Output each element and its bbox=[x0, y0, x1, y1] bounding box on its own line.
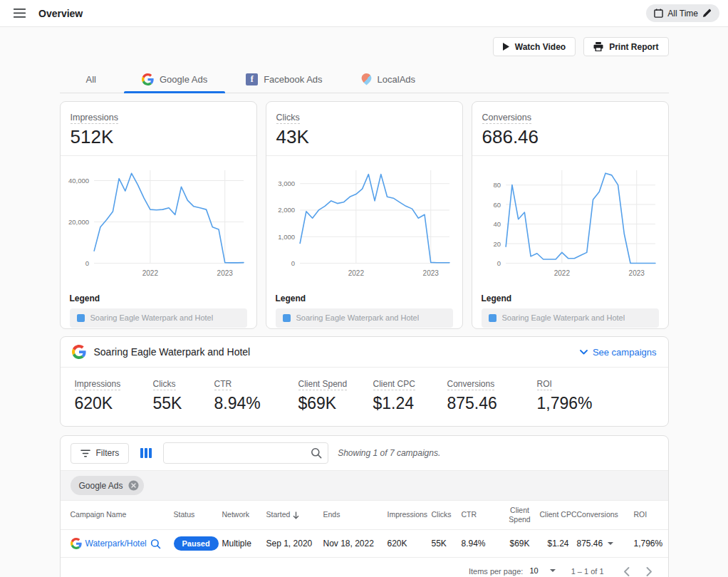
google-icon bbox=[142, 73, 154, 85]
previous-page-button[interactable] bbox=[618, 563, 635, 577]
items-per-page-label: Items per page: bbox=[469, 567, 523, 576]
tab-localads-label: LocalAds bbox=[378, 74, 415, 85]
column-started[interactable]: Started bbox=[266, 510, 323, 519]
tab-google-ads[interactable]: Google Ads bbox=[123, 66, 227, 93]
svg-text:20,000: 20,000 bbox=[68, 218, 89, 226]
status-badge: Paused bbox=[174, 536, 219, 551]
filter-chips-row: Google Ads bbox=[61, 470, 668, 501]
remove-filter-icon[interactable] bbox=[128, 480, 139, 491]
svg-text:40: 40 bbox=[493, 220, 501, 228]
stat-label: Clicks bbox=[153, 379, 176, 390]
stat-label: CTR bbox=[214, 379, 232, 390]
clicks-cell: 55K bbox=[432, 539, 462, 549]
column-started-label: Started bbox=[266, 510, 291, 519]
svg-text:2022: 2022 bbox=[348, 269, 364, 277]
date-range-label: All Time bbox=[667, 9, 698, 19]
filter-chip-google-ads[interactable]: Google Ads bbox=[71, 476, 144, 495]
column-status[interactable]: Status bbox=[174, 510, 222, 519]
svg-text:20: 20 bbox=[493, 240, 501, 248]
zoom-campaign-icon[interactable] bbox=[150, 539, 161, 549]
menu-icon[interactable] bbox=[10, 4, 28, 23]
expand-conversions-icon[interactable] bbox=[608, 542, 613, 545]
date-range-button[interactable]: All Time bbox=[646, 4, 719, 22]
impressions-metric-value: 512K bbox=[71, 126, 246, 148]
stat-value: 55K bbox=[153, 394, 214, 413]
legend-series-label: Soaring Eagle Waterpark and Hotel bbox=[90, 313, 214, 322]
filter-icon bbox=[80, 449, 90, 457]
tab-localads[interactable]: LocalAds bbox=[342, 66, 435, 93]
search-icon[interactable] bbox=[311, 447, 328, 459]
column-campaign-name[interactable]: Campaign Name bbox=[71, 510, 174, 519]
page-range: 1 – 1 of 1 bbox=[571, 567, 604, 576]
page-title: Overview bbox=[38, 8, 83, 19]
svg-text:2022: 2022 bbox=[553, 269, 570, 277]
watch-video-button[interactable]: Watch Video bbox=[493, 37, 576, 56]
columns-icon[interactable] bbox=[138, 446, 154, 460]
svg-text:0: 0 bbox=[291, 259, 294, 267]
see-campaigns-link[interactable]: See campaigns bbox=[580, 347, 657, 358]
legend-swatch bbox=[77, 314, 85, 322]
items-per-page-select[interactable]: 10 bbox=[527, 565, 556, 577]
impressions-metric-label: Impressions bbox=[71, 113, 118, 124]
search-box bbox=[163, 442, 328, 464]
conversions-metric-value: 686.46 bbox=[482, 126, 658, 148]
column-ctr[interactable]: CTR bbox=[462, 510, 500, 519]
actions-row: Watch Video Print Report bbox=[60, 37, 669, 56]
pagination-bar: Items per page: 10 1 – 1 of 1 bbox=[61, 557, 668, 577]
legend-title: Legend bbox=[276, 293, 453, 303]
column-client-cpc[interactable]: Client CPC bbox=[540, 510, 577, 519]
column-network[interactable]: Network bbox=[222, 510, 266, 519]
clicks-metric-value: 43K bbox=[276, 126, 452, 148]
conversions-line-chart: 20222023020406080 bbox=[474, 163, 664, 291]
campaign-name-cell: Waterpark/Hotel bbox=[71, 538, 174, 549]
column-ends[interactable]: Ends bbox=[323, 510, 388, 519]
svg-text:0: 0 bbox=[496, 259, 500, 267]
stat-label: ROI bbox=[537, 379, 552, 390]
campaigns-table-card: Filters Showing 1 of 7 campaigns. Google… bbox=[60, 435, 669, 577]
svg-text:2022: 2022 bbox=[142, 269, 158, 277]
svg-text:40,000: 40,000 bbox=[68, 177, 89, 184]
conversions-metric-label: Conversions bbox=[482, 113, 531, 124]
legend-series-chip[interactable]: Soaring Eagle Waterpark and Hotel bbox=[276, 308, 453, 328]
stat-conversions: Conversions 875.46 bbox=[447, 377, 537, 413]
summary-stats-row: Impressions 620K Clicks 55K CTR 8.94% Cl… bbox=[61, 368, 668, 426]
table-header-row: Campaign Name Status Network Started End… bbox=[61, 501, 668, 529]
svg-text:2023: 2023 bbox=[628, 269, 645, 277]
column-impressions[interactable]: Impressions bbox=[388, 510, 432, 519]
stat-value: $69K bbox=[298, 394, 373, 413]
status-cell: Paused bbox=[174, 536, 222, 551]
items-per-page: Items per page: 10 bbox=[469, 565, 557, 577]
facebook-icon: f bbox=[246, 73, 258, 85]
legend-series-label: Soaring Eagle Waterpark and Hotel bbox=[502, 313, 625, 322]
google-icon bbox=[72, 345, 86, 359]
impressions-line-chart: 20222023020,00040,000 bbox=[62, 163, 252, 291]
stat-value: 1,796% bbox=[537, 394, 593, 413]
conversions-cell: 875.46 bbox=[577, 539, 634, 549]
stat-value: 620K bbox=[75, 394, 153, 413]
legend-series-chip[interactable]: Soaring Eagle Waterpark and Hotel bbox=[70, 308, 247, 328]
watch-video-label: Watch Video bbox=[515, 42, 566, 52]
filter-chip-label: Google Ads bbox=[79, 481, 123, 491]
legend-series-label: Soaring Eagle Waterpark and Hotel bbox=[296, 313, 420, 322]
campaign-link[interactable]: Waterpark/Hotel bbox=[85, 539, 147, 549]
legend-series-chip[interactable]: Soaring Eagle Waterpark and Hotel bbox=[482, 308, 659, 328]
clicks-line-chart: 2022202301,0002,0003,000 bbox=[268, 163, 458, 291]
next-page-button[interactable] bbox=[641, 563, 658, 577]
table-row: Waterpark/Hotel Paused Multiple Sep 1, 2… bbox=[61, 529, 668, 557]
stat-label: Client Spend bbox=[298, 379, 348, 390]
tab-all[interactable]: All bbox=[60, 66, 123, 93]
table-toolbar: Filters Showing 1 of 7 campaigns. bbox=[61, 436, 668, 470]
column-roi[interactable]: ROI bbox=[634, 510, 667, 519]
edit-icon bbox=[702, 9, 712, 18]
google-icon bbox=[71, 538, 82, 549]
svg-text:2,000: 2,000 bbox=[278, 206, 295, 214]
print-report-button[interactable]: Print Report bbox=[583, 37, 668, 56]
tab-google-ads-label: Google Ads bbox=[160, 74, 207, 85]
search-input[interactable] bbox=[164, 443, 311, 463]
column-clicks[interactable]: Clicks bbox=[432, 510, 462, 519]
column-conversions[interactable]: Conversions bbox=[577, 510, 634, 519]
column-client-spend[interactable]: Client Spend bbox=[500, 506, 540, 524]
tab-facebook-ads[interactable]: f Facebook Ads bbox=[227, 66, 341, 93]
filters-button[interactable]: Filters bbox=[71, 443, 130, 464]
impressions-card: Impressions 512K 20222023020,00040,000 L… bbox=[60, 101, 257, 329]
